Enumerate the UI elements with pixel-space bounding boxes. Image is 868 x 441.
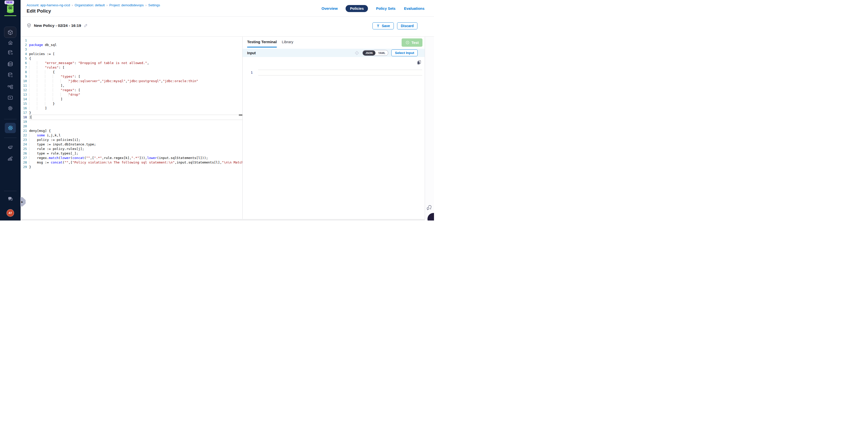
breadcrumb-organization[interactable]: Organization: default xyxy=(74,3,105,7)
sidebar-item-layers-settings[interactable] xyxy=(7,145,13,151)
test-button[interactable]: Test xyxy=(402,38,423,47)
new-badge: NEW xyxy=(4,0,14,4)
copy-icon[interactable] xyxy=(417,60,421,65)
code-line-16[interactable]: ] xyxy=(29,106,242,111)
sidebar-item-project-settings[interactable] xyxy=(7,105,13,111)
line-number: 13 xyxy=(21,92,29,97)
format-toggle[interactable]: JSON YAML xyxy=(363,50,388,56)
editor-hscrollbar[interactable] xyxy=(21,219,425,220)
code-line-7[interactable]: "rules": [ xyxy=(29,65,242,70)
terminal-input-line[interactable] xyxy=(258,69,422,75)
line-number: 29 xyxy=(21,165,29,169)
gear-active-icon xyxy=(7,125,13,131)
line-number: 25 xyxy=(21,147,29,151)
sidebar-item-org-settings[interactable] xyxy=(7,155,13,161)
sidebar: NEW ∞ xyxy=(0,0,21,220)
code-line-11[interactable]: ], xyxy=(29,83,242,88)
main-area: 1234567891011121314151617181920212223242… xyxy=(21,36,434,219)
nav-tab-evaluations[interactable]: Evaluations xyxy=(404,5,425,12)
input-bar: Input JSON YAML Select Input xyxy=(243,49,425,57)
code-line-10[interactable]: "jdbc:sqlserver","jdbc:mysql","jdbc:post… xyxy=(29,79,242,83)
nav-tab-policies[interactable]: Policies xyxy=(346,5,368,12)
input-terminal[interactable]: 1 xyxy=(243,57,425,219)
nav-tab-overview[interactable]: Overview xyxy=(321,5,338,12)
code-line-18[interactable]: ] xyxy=(29,115,242,120)
code-line-20[interactable] xyxy=(29,124,242,129)
line-number: 22 xyxy=(21,133,29,138)
select-input-button[interactable]: Select Input xyxy=(391,50,418,56)
nav-tab-policy-sets[interactable]: Policy Sets xyxy=(375,5,396,12)
logo-underline xyxy=(4,15,16,16)
line-number: 19 xyxy=(21,120,29,124)
line-number: 1 xyxy=(21,38,29,43)
code-line-9[interactable]: "types": [ xyxy=(29,74,242,79)
org-gear-icon xyxy=(7,155,13,161)
line-number: 24 xyxy=(21,142,29,147)
cube-icon xyxy=(7,29,13,36)
format-yaml[interactable]: YAML xyxy=(375,51,388,56)
policy-code-editor[interactable]: 1234567891011121314151617181920212223242… xyxy=(21,37,243,219)
code-line-23[interactable]: policy := policies[i]; xyxy=(29,138,242,142)
sidebar-item-db-stack[interactable] xyxy=(7,61,13,67)
line-number: 5 xyxy=(21,56,29,61)
sidebar-item-pipelines[interactable] xyxy=(7,84,13,90)
discard-button[interactable]: Discard xyxy=(397,22,417,29)
play-video-icon xyxy=(7,95,13,101)
svg-text:∞: ∞ xyxy=(8,5,12,11)
code-line-26[interactable]: type = rule.types[_]; xyxy=(29,151,242,156)
user-avatar[interactable]: AT xyxy=(6,209,14,217)
line-number: 23 xyxy=(21,138,29,142)
format-json[interactable]: JSON xyxy=(363,51,375,56)
code-line-8[interactable]: { xyxy=(29,70,242,74)
code-line-21[interactable]: deny[msg] { xyxy=(29,129,242,133)
editor-code[interactable]: package db_sqlpolicies := [{ "error_mess… xyxy=(29,38,242,169)
code-line-15[interactable]: } xyxy=(29,101,242,106)
sidebar-item-settings-active[interactable] xyxy=(5,123,16,133)
code-line-4[interactable]: policies := [ xyxy=(29,52,242,56)
sidebar-item-db-instances[interactable] xyxy=(7,72,13,78)
app-root: NEW ∞ xyxy=(0,0,434,220)
code-line-29[interactable]: } xyxy=(29,165,242,169)
flowchart-icon xyxy=(7,84,13,90)
breadcrumb-separator: › xyxy=(106,3,107,7)
code-line-28[interactable]: msg := concat("",["Policy violation:\n T… xyxy=(29,160,242,165)
code-line-6[interactable]: "error_message": "Dropping of table is n… xyxy=(29,61,242,65)
sidebar-item-db-settings[interactable] xyxy=(7,50,13,56)
line-number: 20 xyxy=(21,124,29,129)
terminal-line-number: 1 xyxy=(243,69,255,75)
breadcrumb-account[interactable]: Account: app-harness-ng-cicd xyxy=(27,3,70,7)
code-line-3[interactable] xyxy=(29,47,242,52)
chat-bubbles-icon[interactable] xyxy=(426,205,432,211)
code-line-27[interactable]: regex.match(lower(concat("",[".*",rule.r… xyxy=(29,156,242,160)
page-header: Account: app-harness-ng-cicd›Organizatio… xyxy=(21,0,434,17)
line-number: 14 xyxy=(21,97,29,101)
line-number: 4 xyxy=(21,52,29,56)
edit-pencil-icon[interactable] xyxy=(84,23,88,28)
tab-testing-terminal[interactable]: Testing Terminal xyxy=(247,40,277,48)
sidebar-item-help[interactable]: ? xyxy=(7,196,13,202)
expand-arrow-icon: ▶ xyxy=(21,201,23,203)
chat-widget-corner[interactable] xyxy=(428,213,434,220)
breadcrumb-separator: › xyxy=(72,3,73,7)
code-line-2[interactable]: package db_sql xyxy=(29,43,242,47)
sidebar-item-executions[interactable] xyxy=(7,95,13,101)
line-number: 8 xyxy=(21,70,29,74)
shield-check-icon xyxy=(27,23,31,28)
gear-icon xyxy=(7,105,13,111)
sidebar-item-home[interactable] xyxy=(7,40,13,46)
code-line-12[interactable]: "regex": [ xyxy=(29,88,242,92)
code-line-1[interactable] xyxy=(29,38,242,43)
code-line-24[interactable]: type := input.dbInstance.type; xyxy=(29,142,242,147)
module-selector-button[interactable] xyxy=(4,27,16,38)
breadcrumb-settings[interactable]: Settings xyxy=(148,3,160,7)
code-line-25[interactable]: rule := policy.rules[j]; xyxy=(29,147,242,151)
breadcrumb-project[interactable]: Project: demodbdevops xyxy=(109,3,144,7)
save-button[interactable]: Save xyxy=(372,22,394,29)
line-number: 9 xyxy=(21,74,29,79)
code-line-22[interactable]: some i,j,k,l xyxy=(29,133,242,138)
tab-library[interactable]: Library xyxy=(282,40,293,47)
code-line-19[interactable] xyxy=(29,120,242,124)
code-line-13[interactable]: "drop" xyxy=(29,92,242,97)
code-line-14[interactable]: ] xyxy=(29,97,242,101)
code-line-5[interactable]: { xyxy=(29,56,242,61)
